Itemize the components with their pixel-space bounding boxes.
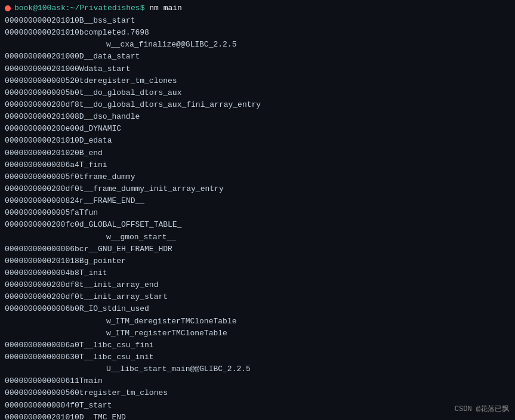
indent-space	[5, 328, 106, 339]
table-row: 0000000000201008 D __dso_handle	[5, 111, 510, 123]
sym-type: d	[79, 123, 84, 135]
address: 00000000000006b0	[5, 303, 79, 315]
sym-type: t	[79, 291, 84, 303]
table-row: U __libc_start_main@@GLIBC_2.2.5	[5, 363, 510, 375]
sym-name: deregister_tm_clones	[84, 75, 177, 87]
sym-name: __dso_handle	[84, 111, 140, 123]
table-row: 0000000000201000 D __data_start	[5, 51, 510, 63]
address: 0000000000200df0	[5, 291, 79, 303]
sym-type: T	[79, 207, 84, 219]
sym-name: _edata	[84, 135, 112, 147]
table-row: 0000000000200df0 t __frame_dummy_init_ar…	[5, 183, 510, 195]
table-row: 0000000000000560 t register_tm_clones	[5, 387, 510, 399]
table-row: 0000000000201010 D _edata	[5, 135, 510, 147]
address: 00000000000005fa	[5, 207, 79, 219]
table-row: 000000000000006bc r __GNU_EH_FRAME_HDR	[5, 243, 510, 255]
sym-type: D	[79, 111, 84, 123]
sym-name: completed.7698	[84, 27, 149, 39]
sym-name: _ITM_deregisterTMCloneTable	[111, 316, 237, 328]
sym-type: U	[106, 363, 111, 375]
indent-space	[5, 363, 106, 375]
table-row: 0000000000201000 W data_start	[5, 63, 510, 75]
sym-type: w	[106, 231, 111, 243]
table-row: 00000000000004f0 T _start	[5, 400, 510, 412]
sym-type: B	[79, 15, 84, 27]
sym-type: t	[79, 87, 84, 99]
sym-name: __libc_start_main@@GLIBC_2.2.5	[111, 363, 251, 375]
sym-name: _init	[84, 267, 107, 279]
table-row: 0000000000200df8 t __init_array_end	[5, 279, 510, 291]
sym-type: R	[79, 303, 84, 315]
sym-type: t	[79, 99, 84, 111]
sym-type: t	[79, 387, 84, 399]
address: 00000000000005b0	[5, 87, 79, 99]
sym-name: _fini	[84, 159, 107, 171]
table-row: 00000000000006b0 R _IO_stdin_used	[5, 303, 510, 315]
address: 0000000000201010	[5, 412, 79, 420]
table-row: 00000000000006a4 T _fini	[5, 159, 510, 171]
table-row: 00000000000005f0 t frame_dummy	[5, 171, 510, 183]
sym-name: _IO_stdin_used	[84, 303, 149, 315]
sym-name: _start	[84, 400, 112, 412]
table-row: 0000000000201010 D __TMC_END__	[5, 412, 510, 420]
sym-type: T	[79, 375, 84, 387]
sym-name: __data_start	[84, 51, 140, 63]
address: 0000000000000560	[5, 387, 79, 399]
sym-name: __FRAME_END__	[84, 195, 144, 207]
table-row: 0000000000200df0 t __init_array_start	[5, 291, 510, 303]
sym-type: W	[79, 63, 84, 75]
sym-name: __cxa_finalize@@GLIBC_2.2.5	[111, 39, 237, 51]
address: 0000000000201010	[5, 135, 79, 147]
sym-type: t	[79, 75, 84, 87]
sym-type: D	[79, 412, 84, 420]
sym-type: w	[106, 316, 111, 328]
sym-name: __TMC_END__	[84, 412, 135, 420]
table-row: 0000000000201010 b completed.7698	[5, 27, 510, 39]
address: 000000000000006bc	[5, 243, 84, 255]
address: 00000000000004b8	[5, 267, 79, 279]
table-row: 0000000000201018 B g_pointer	[5, 255, 510, 267]
sym-name: __bss_start	[84, 15, 135, 27]
address: 0000000000201000	[5, 63, 79, 75]
sym-name: __libc_csu_init	[84, 351, 154, 363]
sym-name: data_start	[84, 63, 131, 75]
table-row: 0000000000201010 B __bss_start	[5, 15, 510, 27]
output-lines: 0000000000201010 B __bss_start0000000000…	[5, 15, 510, 420]
sym-name: __init_array_start	[84, 291, 168, 303]
window-dot	[5, 5, 11, 11]
sym-name: main	[84, 375, 103, 387]
sym-name: fun	[84, 207, 98, 219]
table-row: w __gmon_start__	[5, 231, 510, 243]
address: 0000000000000520	[5, 75, 79, 87]
sym-name: _end	[84, 147, 103, 159]
table-row: 0000000000200fc0 d _GLOBAL_OFFSET_TABLE_	[5, 219, 510, 231]
sym-type: T	[79, 351, 84, 363]
sym-type: T	[79, 159, 84, 171]
sym-type: r	[79, 195, 84, 207]
sym-name: __libc_csu_fini	[84, 339, 154, 351]
table-row: w _ITM_registerTMCloneTable	[5, 328, 510, 339]
address: 0000000000201010	[5, 27, 79, 39]
table-row: 0000000000200df8 t __do_global_dtors_aux…	[5, 99, 510, 111]
address: 00000000000005f0	[5, 171, 79, 183]
sym-name: __frame_dummy_init_array_entry	[84, 183, 224, 195]
table-row: 00000000000004b8 T _init	[5, 267, 510, 279]
sym-name: __do_global_dtors_aux_fini_array_entry	[84, 99, 261, 111]
sym-name: _ITM_registerTMCloneTable	[111, 328, 227, 339]
address: 0000000000200df8	[5, 99, 79, 111]
title-text: book@100ask:~/Privatedishes$ nm main	[14, 4, 182, 13]
sym-name: g_pointer	[84, 255, 126, 267]
address: 0000000000200e00	[5, 123, 79, 135]
table-row: 0000000000201020 B _end	[5, 147, 510, 159]
sym-type: B	[79, 147, 84, 159]
sym-name: __do_global_dtors_aux	[84, 87, 182, 99]
sym-name: __init_array_end	[84, 279, 159, 291]
sym-name: _GLOBAL_OFFSET_TABLE_	[84, 219, 182, 231]
address: 00000000000006a4	[5, 159, 79, 171]
address: 0000000000201008	[5, 111, 79, 123]
sym-type: T	[79, 339, 84, 351]
address: 0000000000000824	[5, 195, 79, 207]
sym-type: b	[79, 27, 84, 39]
terminal-window: book@100ask:~/Privatedishes$ nm main 000…	[0, 0, 515, 420]
title-bar: book@100ask:~/Privatedishes$ nm main	[5, 4, 510, 13]
